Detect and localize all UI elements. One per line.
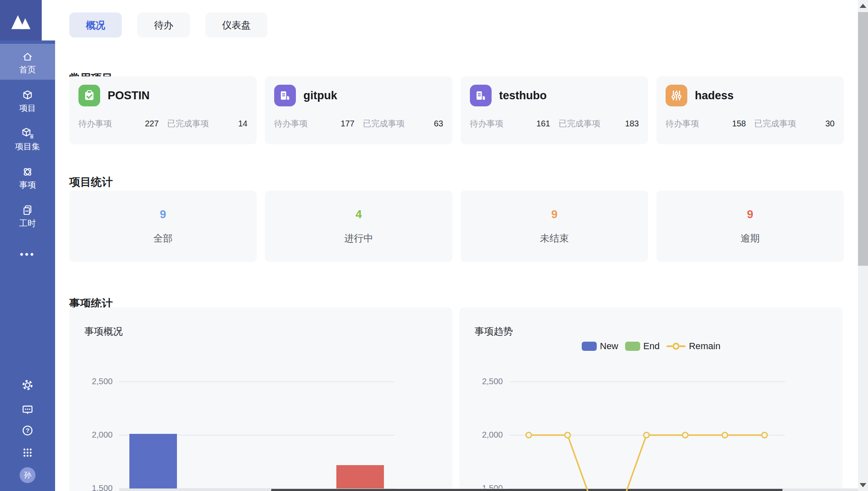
- project-stats-row: 9 全部 4 进行中 9 未结束 9 逾期: [69, 191, 844, 262]
- stat-value: 9: [551, 208, 558, 221]
- chart-title: 事项概况: [84, 325, 123, 338]
- sidebar-item-label: 工时: [19, 219, 36, 227]
- todo-count: 227: [145, 119, 159, 128]
- sidebar: 首页 项目 项目集: [0, 0, 55, 491]
- top-tabs: 概况 待办 仪表盘: [69, 13, 267, 38]
- vertical-scrollbar[interactable]: [858, 0, 868, 491]
- done-label: 已完成事项: [167, 118, 209, 129]
- stat-value: 9: [160, 208, 166, 221]
- sidebar-item-worktime[interactable]: 工时: [0, 197, 55, 233]
- stat-label: 进行中: [344, 232, 373, 245]
- clipboard-check-icon: [78, 85, 100, 106]
- sliders-icon: [666, 85, 687, 106]
- item-overview-chart: 事项概况 1,5002,0002,500: [69, 307, 452, 491]
- bar-1: [129, 434, 177, 491]
- sidebar-more-button[interactable]: •••: [0, 249, 55, 260]
- tab-overview[interactable]: 概况: [69, 13, 122, 38]
- repo-icon: [470, 85, 492, 106]
- item-trend-chart: 事项趋势 New End Remain 1,5002,0002,5: [459, 307, 843, 491]
- help-icon[interactable]: ?: [0, 423, 55, 438]
- user-avatar[interactable]: 孙: [0, 467, 55, 483]
- sidebar-item-program[interactable]: 项目集: [0, 121, 55, 156]
- mountain-logo-icon: [10, 10, 32, 31]
- settings-gear-icon[interactable]: [0, 378, 55, 392]
- project-name: hadess: [695, 89, 734, 102]
- scrollbar-thumb[interactable]: [858, 12, 868, 266]
- project-card[interactable]: hadess 待办事项158 已完成事项30: [656, 76, 844, 144]
- project-name: gitpuk: [303, 89, 337, 102]
- dashboard-page: 首页 项目 项目集: [0, 0, 868, 491]
- documents-icon: [21, 204, 34, 217]
- stat-value: 9: [747, 208, 753, 221]
- project-card[interactable]: POSTIN 待办事项227 已完成事项14: [69, 76, 257, 144]
- todo-label: 待办事项: [470, 118, 503, 129]
- home-icon: [21, 50, 34, 63]
- project-cards-row: POSTIN 待办事项227 已完成事项14 gitpuk 待办事项17: [69, 76, 844, 144]
- project-card[interactable]: gitpuk 待办事项177 已完成事项63: [265, 76, 452, 144]
- sidebar-item-label: 项目集: [15, 142, 40, 151]
- cube-icon: [21, 88, 34, 102]
- stat-label: 逾期: [741, 232, 760, 245]
- todo-count: 177: [341, 119, 354, 128]
- stat-card-unfinished[interactable]: 9 未结束: [461, 191, 648, 262]
- y-axis-tick-label: 2,500: [79, 377, 113, 386]
- stat-label: 未结束: [540, 232, 569, 245]
- stat-card-all[interactable]: 9 全部: [69, 191, 257, 262]
- svg-text:?: ?: [25, 427, 29, 434]
- done-count: 183: [625, 119, 639, 128]
- message-icon[interactable]: [0, 403, 55, 417]
- gridline: [119, 381, 395, 382]
- stat-label: 全部: [154, 232, 173, 245]
- loops-icon: [21, 165, 34, 179]
- project-name: POSTIN: [108, 89, 150, 102]
- todo-label: 待办事项: [666, 118, 699, 129]
- sidebar-item-project[interactable]: 项目: [0, 82, 55, 118]
- repo-icon: [274, 85, 296, 106]
- todo-label: 待办事项: [274, 118, 308, 129]
- stat-value: 4: [356, 208, 362, 221]
- sidebar-item-label: 首页: [19, 65, 36, 74]
- done-label: 已完成事项: [754, 118, 796, 129]
- sidebar-item-home[interactable]: 首页: [0, 44, 55, 80]
- done-label: 已完成事项: [363, 118, 405, 129]
- todo-label: 待办事项: [78, 118, 112, 129]
- project-name: testhubo: [499, 89, 547, 102]
- stat-card-overdue[interactable]: 9 逾期: [656, 191, 844, 262]
- tab-dashboard[interactable]: 仪表盘: [205, 13, 267, 38]
- bar-2: [336, 465, 384, 491]
- scroll-up-icon[interactable]: [858, 4, 868, 8]
- section-title-project-stats: 项目统计: [69, 175, 113, 189]
- stat-card-in-progress[interactable]: 4 进行中: [265, 191, 452, 262]
- sidebar-item-issues[interactable]: 事项: [0, 159, 55, 195]
- app-logo[interactable]: [0, 0, 42, 40]
- trend-line-svg: [459, 307, 843, 491]
- tab-todo[interactable]: 待办: [137, 13, 190, 38]
- apps-grid-icon[interactable]: [0, 446, 55, 460]
- avatar-initial: 孙: [20, 467, 35, 483]
- done-count: 63: [434, 119, 443, 128]
- project-card[interactable]: testhubo 待办事项161 已完成事项183: [461, 76, 648, 144]
- y-axis-tick-label: 2,000: [79, 430, 113, 440]
- done-count: 14: [238, 119, 247, 128]
- sidebar-item-label: 项目: [19, 104, 36, 112]
- done-count: 30: [825, 119, 835, 128]
- done-label: 已完成事项: [559, 118, 601, 129]
- sidebar-item-label: 事项: [19, 181, 36, 189]
- cube-list-icon: [21, 127, 34, 140]
- todo-count: 158: [732, 119, 746, 128]
- todo-count: 161: [536, 119, 550, 128]
- y-axis-tick-label: 1,500: [79, 483, 113, 491]
- sidebar-corner-patch: [42, 0, 55, 40]
